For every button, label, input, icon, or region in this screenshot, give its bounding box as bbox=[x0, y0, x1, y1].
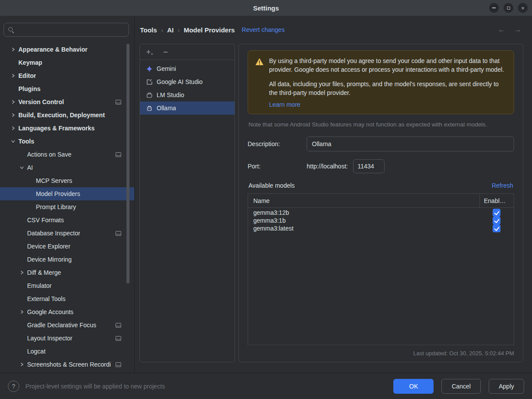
close-button[interactable]: × bbox=[518, 3, 528, 13]
models-table-header: Name Enabl… bbox=[248, 194, 514, 208]
sidebar-item-model-providers[interactable]: Model Providers bbox=[0, 187, 134, 200]
minimize-button[interactable] bbox=[489, 3, 499, 13]
refresh-link[interactable]: Refresh bbox=[492, 182, 513, 189]
chevron-right-icon[interactable] bbox=[17, 362, 27, 367]
sidebar-item-label: Keymap bbox=[18, 59, 42, 66]
search-icon bbox=[8, 27, 14, 33]
sidebar-item-plugins[interactable]: Plugins bbox=[0, 82, 134, 95]
third-party-warning-banner: By using a third-party model you agree t… bbox=[248, 50, 514, 114]
sidebar-item-layout-inspector[interactable]: Layout Inspector bbox=[0, 332, 134, 345]
learn-more-link[interactable]: Learn more bbox=[269, 101, 301, 108]
sidebar-item-google-accounts[interactable]: Google Accounts bbox=[0, 305, 134, 318]
column-header-name[interactable]: Name bbox=[248, 194, 480, 207]
sidebar-item-keymap[interactable]: Keymap bbox=[0, 56, 134, 69]
sidebar-item-editor[interactable]: Editor bbox=[0, 69, 134, 82]
sidebar-item-device-mirroring[interactable]: Device Mirroring bbox=[0, 253, 134, 266]
model-enabled-checkbox[interactable] bbox=[493, 209, 500, 217]
sidebar-item-label: Plugins bbox=[18, 85, 41, 92]
chevron-right-icon[interactable] bbox=[8, 112, 18, 118]
search-input[interactable] bbox=[17, 26, 125, 33]
provider-item-lm-studio[interactable]: LM Studio bbox=[140, 88, 234, 102]
description-input[interactable] bbox=[307, 136, 514, 151]
remove-provider-button[interactable]: − bbox=[162, 47, 169, 57]
sidebar-item-label: Diff & Merge bbox=[27, 269, 61, 276]
port-input[interactable] bbox=[353, 159, 385, 173]
description-row: Description: bbox=[248, 136, 514, 151]
sidebar-item-ai[interactable]: AI bbox=[0, 161, 134, 174]
ollama-icon bbox=[146, 105, 153, 112]
sidebar-item-csv-formats[interactable]: CSV Formats bbox=[0, 214, 134, 227]
providers-toolbar: +▾ − bbox=[140, 44, 234, 60]
forward-arrow-icon[interactable]: → bbox=[514, 25, 522, 34]
revert-changes-link[interactable]: Revert changes bbox=[242, 26, 285, 33]
sidebar-item-label: Languages & Frameworks bbox=[18, 125, 94, 132]
sidebar-item-diff-merge[interactable]: Diff & Merge bbox=[0, 266, 134, 279]
settings-search-box[interactable] bbox=[4, 23, 129, 37]
sidebar-item-prompt-library[interactable]: Prompt Library bbox=[0, 200, 134, 214]
provider-item-google-ai-studio[interactable]: Google AI Studio bbox=[140, 75, 234, 88]
sidebar-item-languages-frameworks[interactable]: Languages & Frameworks bbox=[0, 122, 134, 135]
sidebar-item-appearance-behavior[interactable]: Appearance & Behavior bbox=[0, 43, 134, 56]
settings-body: Appearance & BehaviorKeymapEditorPlugins… bbox=[0, 16, 532, 373]
lm-studio-icon bbox=[146, 92, 153, 98]
settings-main: Tools›AI›Model Providers Revert changes … bbox=[135, 16, 532, 373]
content-row: +▾ − GeminiGoogle AI StudioLM StudioOlla… bbox=[135, 44, 532, 373]
sidebar-item-label: AI bbox=[27, 164, 33, 171]
help-icon: ? bbox=[12, 383, 15, 390]
sidebar-item-screenshots-screen-recordi[interactable]: Screenshots & Screen Recordi bbox=[0, 358, 134, 371]
back-arrow-icon[interactable]: ← bbox=[498, 25, 505, 34]
breadcrumb-row: Tools›AI›Model Providers Revert changes … bbox=[135, 16, 532, 44]
breadcrumb-item-ai[interactable]: AI bbox=[167, 26, 174, 34]
project-level-hint: Project-level settings will be applied t… bbox=[25, 383, 165, 390]
sidebar-item-database-inspector[interactable]: Database Inspector bbox=[0, 227, 134, 240]
sidebar-item-actions-on-save[interactable]: Actions on Save bbox=[0, 148, 134, 161]
model-enabled-checkbox[interactable] bbox=[493, 224, 500, 232]
breadcrumb-item-tools[interactable]: Tools bbox=[140, 26, 157, 34]
provider-item-label: Ollama bbox=[157, 105, 176, 112]
provider-item-ollama[interactable]: Ollama bbox=[140, 102, 234, 115]
ok-button[interactable]: OK bbox=[393, 379, 434, 394]
model-row-gemma3-12b: gemma3:12b bbox=[248, 209, 514, 217]
chevron-right-icon[interactable] bbox=[8, 73, 18, 78]
cancel-button[interactable]: Cancel bbox=[441, 379, 481, 394]
model-enabled-checkbox[interactable] bbox=[493, 217, 500, 224]
model-row-gemma3-latest: gemma3:latest bbox=[248, 224, 514, 232]
sidebar-item-emulator[interactable]: Emulator bbox=[0, 279, 134, 292]
apply-button[interactable]: Apply bbox=[489, 379, 524, 394]
chevron-down-icon[interactable] bbox=[17, 165, 27, 170]
settings-window: Settings × Appearance & BehaviorKeymapEd… bbox=[0, 0, 532, 399]
sidebar-item-build-execution-deployment[interactable]: Build, Execution, Deployment bbox=[0, 108, 134, 122]
add-provider-button[interactable]: +▾ bbox=[145, 47, 154, 57]
sidebar-item-label: Device Mirroring bbox=[27, 256, 72, 263]
sidebar-item-tools[interactable]: Tools bbox=[0, 135, 134, 148]
minimize-icon bbox=[492, 7, 496, 8]
warning-text: By using a third-party model you agree t… bbox=[269, 57, 507, 108]
project-settings-icon bbox=[116, 336, 121, 341]
maximize-button[interactable] bbox=[504, 3, 513, 13]
sidebar-item-logcat[interactable]: Logcat bbox=[0, 345, 134, 358]
titlebar: Settings × bbox=[0, 0, 532, 16]
provider-item-label: Google AI Studio bbox=[157, 78, 203, 85]
sidebar-item-label: Version Control bbox=[18, 98, 64, 105]
chevron-right-icon[interactable] bbox=[17, 309, 27, 315]
sidebar-item-gradle-declarative-focus[interactable]: Gradle Declarative Focus bbox=[0, 318, 134, 332]
breadcrumb-item-model-providers[interactable]: Model Providers bbox=[184, 26, 235, 34]
help-button[interactable]: ? bbox=[8, 381, 19, 392]
chevron-right-icon[interactable] bbox=[17, 270, 27, 275]
providers-panel: +▾ − GeminiGoogle AI StudioLM StudioOlla… bbox=[140, 44, 235, 362]
project-settings-icon bbox=[116, 323, 121, 328]
chevron-down-icon[interactable] bbox=[8, 139, 18, 144]
sidebar-item-label: Model Providers bbox=[36, 190, 80, 197]
sidebar-item-device-explorer[interactable]: Device Explorer bbox=[0, 240, 134, 253]
settings-sidebar: Appearance & BehaviorKeymapEditorPlugins… bbox=[0, 16, 135, 373]
provider-item-gemini[interactable]: Gemini bbox=[140, 62, 234, 75]
chevron-right-icon[interactable] bbox=[8, 126, 18, 131]
column-header-enabled[interactable]: Enabl… bbox=[480, 194, 514, 207]
sidebar-item-mcp-servers[interactable]: MCP Servers bbox=[0, 174, 134, 187]
chevron-right-icon[interactable] bbox=[8, 47, 18, 52]
sidebar-item-version-control[interactable]: Version Control bbox=[0, 95, 134, 108]
chevron-right-icon[interactable] bbox=[8, 99, 18, 105]
provider-item-label: Gemini bbox=[157, 65, 176, 72]
sidebar-scrollbar[interactable] bbox=[126, 44, 130, 284]
sidebar-item-external-tools[interactable]: External Tools bbox=[0, 292, 134, 305]
